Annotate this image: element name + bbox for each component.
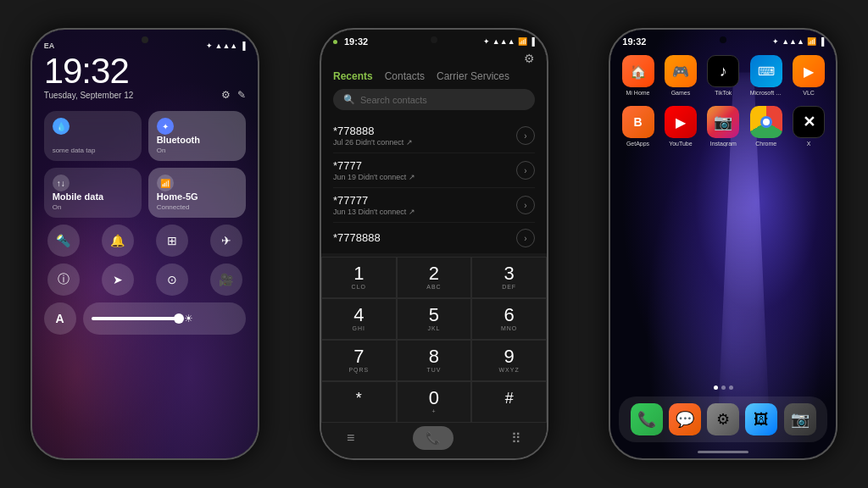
key-4[interactable]: 4GHI: [321, 298, 397, 340]
wifi-icon: 📶: [157, 175, 174, 191]
dock-camera[interactable]: 📷: [784, 403, 816, 435]
p1-tile-wifi[interactable]: 📶 Home-5G Connected: [148, 168, 246, 218]
dock-gallery[interactable]: 🖼: [745, 403, 777, 435]
key-5[interactable]: 5JKL: [397, 298, 472, 340]
p1-wifi-sub: Connected: [157, 203, 237, 211]
p2-search-bar[interactable]: 🔍 Search contacts: [333, 89, 535, 110]
games-icon: 🎮: [665, 55, 697, 87]
dock-settings[interactable]: ⚙: [707, 403, 739, 435]
app-tiktok[interactable]: ♪ TikTok: [704, 55, 742, 96]
p1-status-icons: ✦ ▲▲▲ ▐: [206, 42, 246, 50]
key-3[interactable]: 3DEF: [471, 257, 547, 298]
p1-wifi-title: Home-5G: [157, 191, 237, 202]
p1-tile-bluetooth[interactable]: ✦ Bluetooth On: [148, 111, 246, 161]
key-star[interactable]: *: [321, 381, 397, 423]
bt-icon-3: ✦: [772, 37, 779, 46]
battery-icon-3: ▐: [819, 37, 824, 46]
recent-number-0: *778888: [333, 125, 413, 137]
key-1[interactable]: 1CLO: [321, 257, 397, 298]
phone-dialer: 19:32 ✦ ▲▲▲ 📶 ▐ ⚙ Recents Contacts Carri…: [320, 28, 548, 460]
recent-number-3: *7778888: [333, 231, 381, 244]
app-vlc[interactable]: ▶ VLC: [790, 55, 827, 96]
p1-tile-data[interactable]: 💧 some data tap: [44, 111, 142, 161]
app-instagram[interactable]: 📷 Instagram: [704, 106, 742, 147]
recent-arrow-3[interactable]: ›: [516, 229, 535, 247]
bell-button[interactable]: 🔔: [102, 225, 134, 257]
app-x[interactable]: ✕ X: [790, 106, 827, 147]
dock-messages[interactable]: 💬: [669, 403, 701, 435]
dialpad-grid-icon[interactable]: ⠿: [511, 430, 521, 446]
dot-1: [714, 385, 718, 390]
key-9[interactable]: 9WXYZ: [471, 340, 547, 381]
airplane-button[interactable]: ✈: [210, 225, 242, 257]
recent-item-3[interactable]: *7778888 ›: [333, 223, 535, 253]
games-label: Games: [671, 90, 691, 96]
camera-punch: [142, 36, 148, 43]
app-getapps[interactable]: B GetApps: [619, 106, 656, 147]
key-8[interactable]: 8TUV: [397, 340, 472, 381]
key-0[interactable]: 0+: [397, 381, 472, 423]
p1-quick-tiles: 💧 some data tap ✦ Bluetooth On ↑↓: [44, 111, 246, 218]
dock-phone[interactable]: 📞: [631, 403, 663, 435]
p1-mobile-title: Mobile data: [53, 191, 133, 202]
tab-contacts[interactable]: Contacts: [385, 70, 425, 82]
call-button[interactable]: 📞: [413, 426, 453, 450]
chrome-icon: [750, 106, 782, 138]
app-chrome[interactable]: Chrome: [748, 106, 785, 147]
focus-button[interactable]: ⊙: [156, 263, 188, 296]
p1-time: 19:32: [44, 53, 246, 89]
p2-tabs: Recents Contacts Carrier Services: [321, 70, 547, 89]
instagram-icon: 📷: [707, 106, 739, 138]
app-mihome[interactable]: 🏠 Mi Home: [619, 55, 656, 96]
recent-arrow-2[interactable]: ›: [516, 196, 535, 214]
key-6[interactable]: 6MNO: [471, 298, 547, 340]
key-hash[interactable]: #: [471, 381, 547, 423]
home-indicator-3[interactable]: [698, 451, 748, 453]
location-button[interactable]: ➤: [102, 263, 134, 296]
brightness-thumb: [174, 313, 184, 324]
brightness-slider[interactable]: ☀: [83, 302, 246, 335]
activity-dot: [333, 40, 337, 44]
recent-arrow-1[interactable]: ›: [516, 161, 535, 180]
brightness-bar: [92, 317, 179, 320]
key-2[interactable]: 2ABC: [397, 257, 472, 298]
screen-record-button[interactable]: ⊞: [156, 225, 188, 257]
signal-icon-3: ▲▲▲: [782, 37, 804, 46]
settings-icon[interactable]: ⚙: [221, 89, 231, 101]
recent-item-2[interactable]: *77777 Jun 13 Didn't connect ↗ ›: [333, 188, 535, 223]
info-button[interactable]: ⓘ: [47, 263, 80, 296]
p1-icon-row-1: 🔦 🔔 ⊞ ✈: [44, 225, 246, 257]
x-icon: ✕: [793, 106, 825, 138]
dialer-settings-icon[interactable]: ⚙: [524, 52, 535, 65]
p2-content: 19:32 ✦ ▲▲▲ 📶 ▐ ⚙ Recents Contacts Carri…: [321, 30, 547, 458]
torch-button[interactable]: 🔦: [47, 225, 80, 257]
app-youtube[interactable]: ▶ YouTube: [662, 106, 699, 147]
recent-item-0[interactable]: *778888 Jul 26 Didn't connect ↗ ›: [333, 119, 535, 153]
p2-settings-row: ⚙: [321, 50, 547, 70]
bluetooth-icon: ✦: [157, 118, 174, 135]
tab-carrier[interactable]: Carrier Services: [437, 70, 509, 82]
search-icon: 🔍: [343, 94, 355, 105]
dialpad-grid: 1CLO 2ABC 3DEF 4GHI 5JKL 6MNO 7PQRS 8TUV…: [321, 257, 547, 423]
p1-icon-row-2: ⓘ ➤ ⊙ 🎥: [44, 263, 246, 296]
edit-icon[interactable]: ✎: [237, 89, 246, 101]
bluetooth-status-icon: ✦: [206, 42, 213, 50]
getapps-icon: B: [622, 106, 654, 138]
chrome-label: Chrome: [755, 141, 776, 147]
p1-date: Tuesday, September 12 ⚙ ✎: [44, 89, 246, 101]
app-swiftkey[interactable]: ⌨ Microsoft SwiftKey: [748, 55, 785, 96]
recent-arrow-0[interactable]: ›: [516, 126, 535, 145]
phone-control-center: EA ✦ ▲▲▲ ▐ 19:32 Tuesday, September 12 ⚙…: [31, 28, 259, 460]
getapps-label: GetApps: [626, 141, 649, 147]
key-7[interactable]: 7PQRS: [321, 340, 397, 381]
recent-item-1[interactable]: *7777 Jun 19 Didn't connect ↗ ›: [333, 153, 535, 188]
p1-bt-sub: On: [157, 147, 237, 154]
tiktok-icon: ♪: [707, 55, 739, 87]
tab-recents[interactable]: Recents: [333, 70, 373, 82]
vlc-icon: ▶: [793, 55, 825, 87]
app-games[interactable]: 🎮 Games: [662, 55, 699, 96]
accessibility-button[interactable]: A: [44, 302, 76, 335]
p1-tile-mobile[interactable]: ↑↓ Mobile data On: [44, 168, 142, 218]
video-button[interactable]: 🎥: [210, 263, 242, 296]
dialpad-menu-icon[interactable]: ≡: [347, 430, 354, 446]
